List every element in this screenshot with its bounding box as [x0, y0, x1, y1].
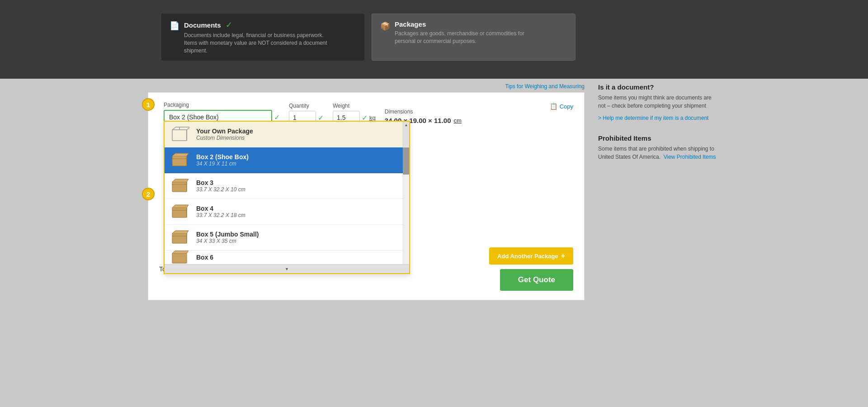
is-document-block: Is it a document? Some items you might t…	[598, 79, 720, 122]
packaging-label: Packaging	[164, 102, 280, 108]
dimensions-unit[interactable]: cm	[454, 117, 462, 124]
documents-card[interactable]: 📄 Documents ✓ Documents include legal, f…	[161, 14, 364, 61]
dropdown-item-box3[interactable]: Box 3 33.7 X 32.2 X 10 cm	[165, 173, 409, 199]
is-document-link[interactable]: > Help me determine if my item is a docu…	[598, 115, 708, 121]
svg-rect-6	[172, 182, 187, 192]
quantity-label: Quantity	[289, 103, 324, 109]
packages-title: Packages	[395, 20, 426, 28]
box3-item-dim: 33.7 X 32.2 X 10 cm	[196, 186, 245, 193]
svg-rect-0	[172, 130, 187, 141]
prohibited-items-body: Some items that are prohibited when ship…	[598, 145, 720, 161]
documents-title: Documents	[184, 21, 221, 29]
svg-rect-9	[172, 208, 187, 218]
dropdown-item-box2[interactable]: Box 2 (Shoe Box) 34 X 19 X 11 cm	[165, 147, 409, 173]
box5-item-text: Box 5 (Jumbo Small) 34 X 33 X 35 cm	[196, 231, 259, 244]
box4-item-text: Box 4 33.7 X 32.2 X 18 cm	[196, 205, 245, 218]
get-quote-label: Get Quote	[518, 275, 555, 284]
box3-item-text: Box 3 33.7 X 32.2 X 10 cm	[196, 179, 245, 193]
package-form: 📋 Copy 1 Packaging ✓	[148, 92, 585, 300]
packaging-check-icon: ✓	[274, 113, 280, 122]
add-package-label: Add Another Package	[497, 253, 558, 260]
copy-label: Copy	[560, 103, 573, 110]
custom-item-dim: Custom Dimensions	[196, 135, 253, 141]
box5-icon	[171, 229, 190, 246]
get-quote-button[interactable]: Get Quote	[500, 269, 573, 291]
add-package-button[interactable]: Add Another Package +	[489, 247, 573, 265]
weight-label: Weight	[333, 103, 376, 109]
box2-item-name: Box 2 (Shoe Box)	[196, 153, 249, 161]
custom-item-text: Your Own Package Custom Dimensions	[196, 128, 253, 141]
documents-icon: 📄	[170, 21, 179, 31]
box5-item-dim: 34 X 33 X 35 cm	[196, 238, 259, 244]
custom-box-icon	[171, 126, 190, 142]
add-package-plus-icon: +	[561, 252, 565, 260]
scroll-down-arrow[interactable]: ▼	[165, 264, 409, 273]
copy-icon: 📋	[550, 103, 557, 110]
packaging-dropdown: Your Own Package Custom Dimensions ▲	[164, 121, 410, 274]
box4-item-name: Box 4	[196, 205, 245, 212]
is-document-body: Some items you might think are documents…	[598, 94, 720, 110]
box3-item-name: Box 3	[196, 179, 245, 186]
box3-icon	[171, 178, 190, 194]
packages-description: Packages are goods, merchandise or commo…	[395, 30, 539, 45]
copy-link[interactable]: 📋 Copy	[550, 103, 573, 110]
box6-item-text: Box 6	[196, 254, 213, 261]
documents-checkmark: ✓	[226, 20, 232, 30]
box2-item-dim: 34 X 19 X 11 cm	[196, 161, 249, 167]
dropdown-item-custom[interactable]: Your Own Package Custom Dimensions ▲	[165, 122, 409, 147]
step-1-badge: 1	[142, 98, 155, 111]
scrollbar-thumb[interactable]	[403, 147, 409, 175]
svg-rect-12	[172, 233, 187, 243]
dropdown-item-box6[interactable]: Box 6	[165, 251, 409, 264]
packages-card[interactable]: 📦 Packages Packages are goods, merchandi…	[372, 14, 576, 61]
prohibited-items-block: Prohibited Items Some items that are pro…	[598, 134, 720, 161]
dropdown-item-box5[interactable]: Box 5 (Jumbo Small) 34 X 33 X 35 cm	[165, 225, 409, 251]
box2-icon	[171, 152, 190, 168]
dropdown-item-box4[interactable]: Box 4 33.7 X 32.2 X 18 cm	[165, 199, 409, 225]
documents-description: Documents include legal, financial or bu…	[184, 32, 329, 54]
is-document-title: Is it a document?	[598, 83, 720, 91]
tips-link[interactable]: Tips for Weighing and Measuring	[505, 83, 585, 90]
tips-link-area: Tips for Weighing and Measuring	[148, 79, 585, 92]
right-actions: Add Another Package + Get Quote	[489, 247, 573, 291]
box5-item-name: Box 5 (Jumbo Small)	[196, 231, 259, 238]
box6-item-name: Box 6	[196, 254, 213, 261]
packages-icon: 📦	[380, 21, 390, 31]
step-2-badge: 2	[142, 188, 155, 200]
prohibited-items-title: Prohibited Items	[598, 134, 720, 142]
box4-item-dim: 33.7 X 32.2 X 18 cm	[196, 212, 245, 218]
custom-item-name: Your Own Package	[196, 128, 253, 135]
scroll-up-arrow[interactable]: ▲	[403, 122, 409, 147]
box2-item-text: Box 2 (Shoe Box) 34 X 19 X 11 cm	[196, 153, 249, 167]
prohibited-items-link[interactable]: View Prohibited Items	[664, 154, 716, 160]
svg-rect-3	[172, 156, 187, 166]
box4-icon	[171, 204, 190, 220]
box6-icon	[171, 251, 190, 264]
scrollbar-track[interactable]	[403, 147, 409, 264]
dimensions-label: Dimensions	[385, 109, 462, 115]
svg-rect-15	[172, 253, 187, 263]
weight-unit[interactable]: kg	[369, 114, 376, 121]
